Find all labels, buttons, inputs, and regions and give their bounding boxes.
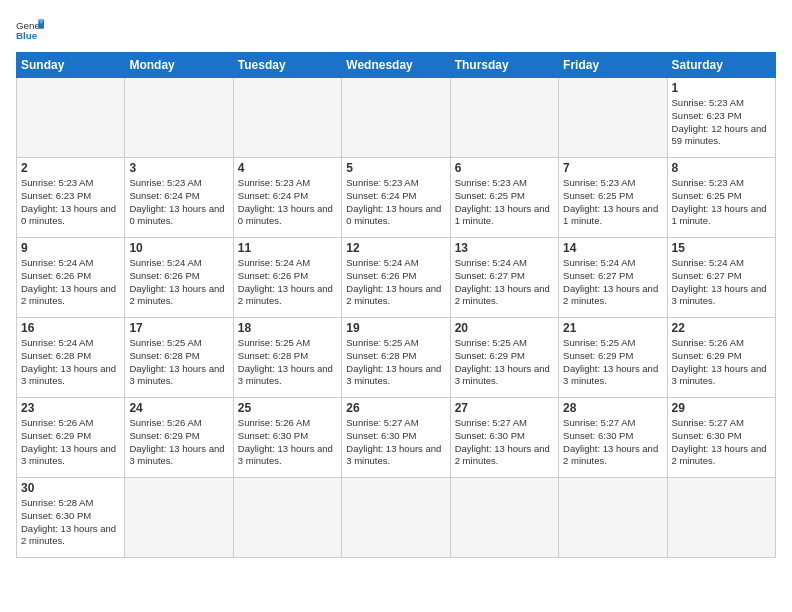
calendar-day-cell: 21Sunrise: 5:25 AM Sunset: 6:29 PM Dayli… <box>559 318 667 398</box>
calendar-day-cell: 26Sunrise: 5:27 AM Sunset: 6:30 PM Dayli… <box>342 398 450 478</box>
calendar-day-cell: 13Sunrise: 5:24 AM Sunset: 6:27 PM Dayli… <box>450 238 558 318</box>
day-sun-info: Sunrise: 5:27 AM Sunset: 6:30 PM Dayligh… <box>672 417 771 468</box>
calendar-day-cell <box>559 478 667 558</box>
calendar-day-cell <box>342 478 450 558</box>
day-number: 16 <box>21 321 120 335</box>
calendar-table: SundayMondayTuesdayWednesdayThursdayFrid… <box>16 52 776 558</box>
calendar-day-cell: 20Sunrise: 5:25 AM Sunset: 6:29 PM Dayli… <box>450 318 558 398</box>
calendar-day-cell: 29Sunrise: 5:27 AM Sunset: 6:30 PM Dayli… <box>667 398 775 478</box>
weekday-header-wednesday: Wednesday <box>342 53 450 78</box>
weekday-header-tuesday: Tuesday <box>233 53 341 78</box>
day-number: 25 <box>238 401 337 415</box>
day-sun-info: Sunrise: 5:28 AM Sunset: 6:30 PM Dayligh… <box>21 497 120 548</box>
day-sun-info: Sunrise: 5:23 AM Sunset: 6:23 PM Dayligh… <box>21 177 120 228</box>
calendar-day-cell: 24Sunrise: 5:26 AM Sunset: 6:29 PM Dayli… <box>125 398 233 478</box>
day-number: 22 <box>672 321 771 335</box>
day-sun-info: Sunrise: 5:23 AM Sunset: 6:24 PM Dayligh… <box>129 177 228 228</box>
day-number: 15 <box>672 241 771 255</box>
day-sun-info: Sunrise: 5:23 AM Sunset: 6:25 PM Dayligh… <box>563 177 662 228</box>
day-number: 5 <box>346 161 445 175</box>
day-sun-info: Sunrise: 5:23 AM Sunset: 6:25 PM Dayligh… <box>455 177 554 228</box>
calendar-day-cell: 18Sunrise: 5:25 AM Sunset: 6:28 PM Dayli… <box>233 318 341 398</box>
calendar-day-cell: 27Sunrise: 5:27 AM Sunset: 6:30 PM Dayli… <box>450 398 558 478</box>
calendar-day-cell: 19Sunrise: 5:25 AM Sunset: 6:28 PM Dayli… <box>342 318 450 398</box>
calendar-week-1: 1Sunrise: 5:23 AM Sunset: 6:23 PM Daylig… <box>17 78 776 158</box>
day-number: 6 <box>455 161 554 175</box>
day-sun-info: Sunrise: 5:26 AM Sunset: 6:29 PM Dayligh… <box>129 417 228 468</box>
day-sun-info: Sunrise: 5:26 AM Sunset: 6:29 PM Dayligh… <box>672 337 771 388</box>
day-sun-info: Sunrise: 5:25 AM Sunset: 6:28 PM Dayligh… <box>129 337 228 388</box>
day-number: 24 <box>129 401 228 415</box>
day-number: 18 <box>238 321 337 335</box>
day-number: 2 <box>21 161 120 175</box>
calendar-week-3: 9Sunrise: 5:24 AM Sunset: 6:26 PM Daylig… <box>17 238 776 318</box>
calendar-day-cell: 6Sunrise: 5:23 AM Sunset: 6:25 PM Daylig… <box>450 158 558 238</box>
day-number: 11 <box>238 241 337 255</box>
calendar-week-2: 2Sunrise: 5:23 AM Sunset: 6:23 PM Daylig… <box>17 158 776 238</box>
day-number: 19 <box>346 321 445 335</box>
day-number: 10 <box>129 241 228 255</box>
calendar-day-cell <box>342 78 450 158</box>
calendar-day-cell: 4Sunrise: 5:23 AM Sunset: 6:24 PM Daylig… <box>233 158 341 238</box>
calendar-day-cell: 30Sunrise: 5:28 AM Sunset: 6:30 PM Dayli… <box>17 478 125 558</box>
calendar-day-cell: 22Sunrise: 5:26 AM Sunset: 6:29 PM Dayli… <box>667 318 775 398</box>
calendar-day-cell: 12Sunrise: 5:24 AM Sunset: 6:26 PM Dayli… <box>342 238 450 318</box>
weekday-header-sunday: Sunday <box>17 53 125 78</box>
day-sun-info: Sunrise: 5:26 AM Sunset: 6:29 PM Dayligh… <box>21 417 120 468</box>
calendar-day-cell: 8Sunrise: 5:23 AM Sunset: 6:25 PM Daylig… <box>667 158 775 238</box>
calendar-day-cell: 14Sunrise: 5:24 AM Sunset: 6:27 PM Dayli… <box>559 238 667 318</box>
calendar-day-cell: 7Sunrise: 5:23 AM Sunset: 6:25 PM Daylig… <box>559 158 667 238</box>
weekday-header-row: SundayMondayTuesdayWednesdayThursdayFrid… <box>17 53 776 78</box>
calendar-day-cell <box>450 478 558 558</box>
day-sun-info: Sunrise: 5:24 AM Sunset: 6:26 PM Dayligh… <box>238 257 337 308</box>
day-number: 23 <box>21 401 120 415</box>
weekday-header-monday: Monday <box>125 53 233 78</box>
day-number: 7 <box>563 161 662 175</box>
day-sun-info: Sunrise: 5:27 AM Sunset: 6:30 PM Dayligh… <box>346 417 445 468</box>
day-sun-info: Sunrise: 5:27 AM Sunset: 6:30 PM Dayligh… <box>563 417 662 468</box>
day-number: 29 <box>672 401 771 415</box>
day-number: 13 <box>455 241 554 255</box>
day-number: 20 <box>455 321 554 335</box>
calendar-day-cell <box>233 478 341 558</box>
calendar-day-cell: 15Sunrise: 5:24 AM Sunset: 6:27 PM Dayli… <box>667 238 775 318</box>
day-sun-info: Sunrise: 5:24 AM Sunset: 6:26 PM Dayligh… <box>129 257 228 308</box>
calendar-day-cell: 5Sunrise: 5:23 AM Sunset: 6:24 PM Daylig… <box>342 158 450 238</box>
header: General Blue <box>16 16 776 44</box>
weekday-header-thursday: Thursday <box>450 53 558 78</box>
day-sun-info: Sunrise: 5:23 AM Sunset: 6:23 PM Dayligh… <box>672 97 771 148</box>
calendar-week-4: 16Sunrise: 5:24 AM Sunset: 6:28 PM Dayli… <box>17 318 776 398</box>
day-number: 30 <box>21 481 120 495</box>
day-sun-info: Sunrise: 5:24 AM Sunset: 6:27 PM Dayligh… <box>563 257 662 308</box>
day-number: 12 <box>346 241 445 255</box>
day-sun-info: Sunrise: 5:24 AM Sunset: 6:27 PM Dayligh… <box>455 257 554 308</box>
day-sun-info: Sunrise: 5:25 AM Sunset: 6:28 PM Dayligh… <box>346 337 445 388</box>
day-number: 1 <box>672 81 771 95</box>
calendar-day-cell <box>233 78 341 158</box>
calendar-day-cell: 25Sunrise: 5:26 AM Sunset: 6:30 PM Dayli… <box>233 398 341 478</box>
day-sun-info: Sunrise: 5:24 AM Sunset: 6:27 PM Dayligh… <box>672 257 771 308</box>
calendar-week-5: 23Sunrise: 5:26 AM Sunset: 6:29 PM Dayli… <box>17 398 776 478</box>
day-sun-info: Sunrise: 5:25 AM Sunset: 6:29 PM Dayligh… <box>455 337 554 388</box>
day-sun-info: Sunrise: 5:23 AM Sunset: 6:24 PM Dayligh… <box>238 177 337 228</box>
day-number: 8 <box>672 161 771 175</box>
day-number: 17 <box>129 321 228 335</box>
day-sun-info: Sunrise: 5:24 AM Sunset: 6:26 PM Dayligh… <box>346 257 445 308</box>
day-number: 9 <box>21 241 120 255</box>
calendar-week-6: 30Sunrise: 5:28 AM Sunset: 6:30 PM Dayli… <box>17 478 776 558</box>
day-sun-info: Sunrise: 5:27 AM Sunset: 6:30 PM Dayligh… <box>455 417 554 468</box>
day-sun-info: Sunrise: 5:25 AM Sunset: 6:28 PM Dayligh… <box>238 337 337 388</box>
day-number: 28 <box>563 401 662 415</box>
logo: General Blue <box>16 16 44 44</box>
day-number: 21 <box>563 321 662 335</box>
day-number: 4 <box>238 161 337 175</box>
calendar-day-cell: 17Sunrise: 5:25 AM Sunset: 6:28 PM Dayli… <box>125 318 233 398</box>
weekday-header-friday: Friday <box>559 53 667 78</box>
calendar-day-cell: 28Sunrise: 5:27 AM Sunset: 6:30 PM Dayli… <box>559 398 667 478</box>
day-sun-info: Sunrise: 5:24 AM Sunset: 6:28 PM Dayligh… <box>21 337 120 388</box>
day-sun-info: Sunrise: 5:24 AM Sunset: 6:26 PM Dayligh… <box>21 257 120 308</box>
calendar-day-cell <box>17 78 125 158</box>
calendar-day-cell: 10Sunrise: 5:24 AM Sunset: 6:26 PM Dayli… <box>125 238 233 318</box>
calendar-day-cell: 9Sunrise: 5:24 AM Sunset: 6:26 PM Daylig… <box>17 238 125 318</box>
day-sun-info: Sunrise: 5:26 AM Sunset: 6:30 PM Dayligh… <box>238 417 337 468</box>
